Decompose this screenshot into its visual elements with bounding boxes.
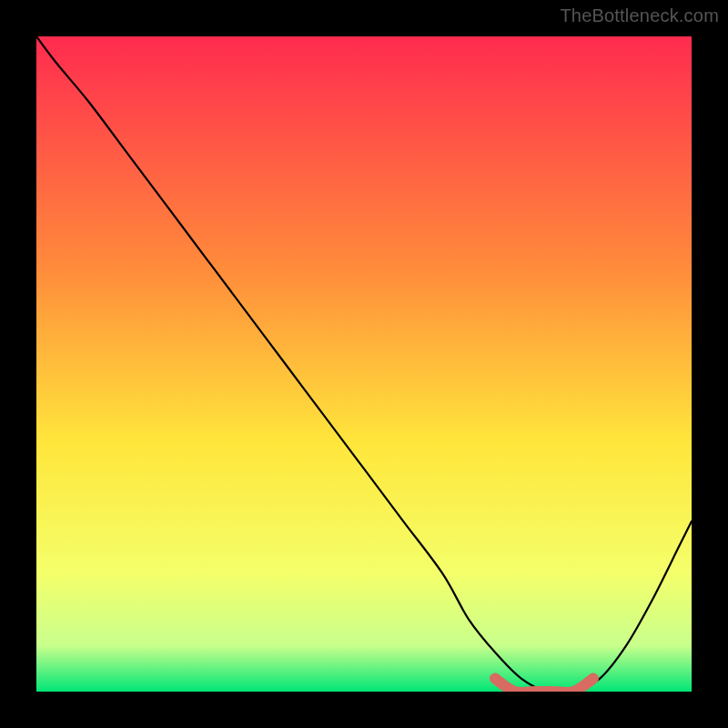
watermark-text: TheBottleneck.com [560, 5, 719, 26]
gradient-background [36, 36, 692, 692]
chart-frame: TheBottleneck.com [0, 0, 728, 728]
plot-area [36, 36, 692, 692]
bottleneck-chart [36, 36, 692, 692]
